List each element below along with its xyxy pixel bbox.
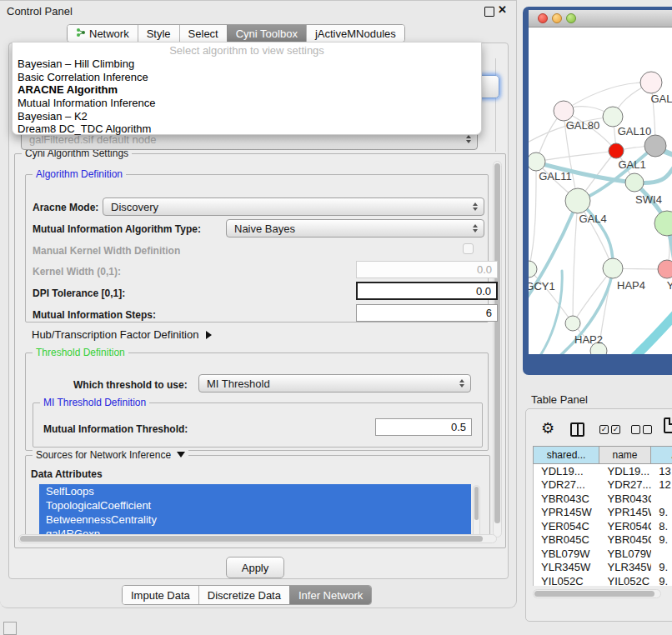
algorithm-dropdown-popup: Select algorithm to view settings Bayesi… [12, 42, 482, 135]
algorithm-option-dream8-dc-tdc-algorithm[interactable]: Dream8 DC_TDC Algorithm [13, 122, 481, 136]
close-traffic-icon[interactable] [538, 13, 548, 23]
network-node-pink-node-right[interactable] [658, 260, 672, 278]
algorithm-popup-placeholder: Select algorithm to view settings [13, 44, 481, 58]
algorithm-option-basic-correlation-inference[interactable]: Basic Correlation Inference [13, 71, 481, 84]
node-label-hap2: HAP2 [574, 333, 603, 346]
attributes-scrollbar[interactable] [473, 485, 480, 542]
algorithm-option-bayesian-k2[interactable]: Bayesian – K2 [13, 110, 481, 123]
tab-jactivemnodules[interactable]: jActiveMNodules [306, 25, 404, 42]
network-window-titlebar[interactable] [529, 10, 672, 28]
attribute-item-betweennesscentrality[interactable]: BetweennessCentrality [39, 512, 471, 527]
tab-discretize-data[interactable]: Discretize Data [198, 586, 289, 604]
minimize-traffic-icon[interactable] [552, 13, 562, 23]
network-graph: GAL2GAL80GAL10GAL1GAL11SWI4GAL4GCY1HAP4Y… [529, 28, 672, 354]
kernel-width-label: Kernel Width (0,1): [33, 266, 121, 278]
tab-cyni-toolbox[interactable]: Cyni Toolbox [227, 25, 306, 42]
network-node-hap2[interactable] [565, 316, 580, 331]
manual-kernel-width-label: Manual Kernel Width Definition [33, 245, 180, 257]
network-node-gal80[interactable] [554, 101, 574, 121]
document-icon[interactable] [664, 418, 672, 433]
table-horizontal-scrollbar[interactable] [533, 589, 661, 598]
unchecked-columns-icon[interactable] [631, 425, 652, 434]
cyni-algorithm-settings-group: Cyni Algorithm Settings Algorithm Defini… [14, 153, 506, 548]
settings-horizontal-scrollbar[interactable] [18, 534, 497, 543]
algorithm-option-aracne-algorithm[interactable]: ARACNE Algorithm [13, 83, 481, 97]
table-cell: YLR345W [600, 561, 652, 573]
table-cell: YDR27... [600, 478, 652, 491]
threshold-definition-group: Threshold Definition Which threshold to … [25, 352, 489, 451]
network-canvas[interactable]: GAL2GAL80GAL10GAL1GAL11SWI4GAL4GCY1HAP4Y… [529, 28, 672, 354]
tab-style[interactable]: Style [138, 25, 179, 42]
mi-steps-field[interactable]: 6 [356, 304, 498, 322]
kernel-width-field[interactable]: 0.0 [356, 261, 498, 278]
dpi-tolerance-label: DPI Tolerance [0,1]: [33, 288, 125, 299]
mi-threshold-field[interactable]: 0.5 [375, 418, 472, 436]
zoom-traffic-icon[interactable] [566, 13, 576, 23]
column-header-shared[interactable]: shared... [533, 446, 599, 464]
table-cell: 13 [651, 465, 672, 478]
mi-threshold-group: MI Threshold Definition Mutual Informati… [33, 402, 483, 448]
checked-columns-icon[interactable]: ✓✓ [599, 425, 620, 434]
mi-threshold-label: Mutual Information Threshold: [43, 423, 188, 435]
column-header-name[interactable]: name [599, 446, 651, 464]
settings-vertical-scrollbar[interactable] [493, 161, 502, 538]
attribute-item-topologicalcoefficient[interactable]: TopologicalCoefficient [39, 498, 471, 512]
network-node-gal11[interactable] [529, 152, 545, 171]
table-row[interactable]: YBR045CYBR045C9. [534, 533, 672, 548]
aracne-mode-select[interactable]: Discovery [103, 198, 484, 216]
tab-network[interactable]: Network [68, 25, 138, 42]
table-cell: YER054C [600, 520, 652, 532]
network-node-hap4[interactable] [603, 258, 623, 278]
node-label-swi4: SWI4 [635, 193, 662, 206]
tab-impute-data[interactable]: Impute Data [123, 586, 198, 604]
table-rows: YDL19...YDL19...13YDR27...YDR27...12YBR0… [533, 464, 672, 586]
sources-title[interactable]: Sources for Network Inference [33, 449, 188, 461]
table-row[interactable]: YBR043CYBR043C [534, 492, 672, 506]
hub-definition-toggle[interactable]: Hub/Transcription Factor Definition [32, 328, 212, 341]
table-row[interactable]: YIL052CYIL052C9. [534, 574, 672, 586]
panel-tab-bar: NetworkStyleSelectCyni ToolboxjActiveMNo… [67, 24, 405, 42]
manual-kernel-width-checkbox[interactable] [463, 243, 474, 254]
network-node-swi4[interactable] [625, 173, 644, 192]
dpi-tolerance-field[interactable]: 0.0 [356, 282, 498, 300]
attribute-item-selfloops[interactable]: SelfLoops [39, 484, 471, 498]
table-row[interactable]: YER054CYER054C8. [534, 519, 672, 533]
split-columns-icon[interactable] [570, 422, 584, 437]
network-node-gal1[interactable] [609, 143, 624, 158]
mi-algorithm-type-select[interactable]: Naive Bayes [226, 219, 484, 238]
algorithm-option-bayesian-hill-climbing[interactable]: Bayesian – Hill Climbing [13, 58, 481, 71]
node-label-gal10: GAL10 [618, 125, 651, 138]
table-row[interactable]: YPR145WYPR145W9. [534, 506, 672, 520]
gear-icon[interactable]: ⚙ [541, 419, 554, 438]
table-cell: YBR043C [600, 492, 652, 505]
table-row[interactable]: YBL079WYBL079W [534, 547, 672, 561]
network-node-gal2[interactable] [640, 72, 662, 93]
tab-infer-network[interactable]: Infer Network [289, 586, 371, 604]
table-panel-body: ⚙ ✓✓ shared...nameA YDL19...YDL19...13YD… [525, 408, 672, 622]
mi-algorithm-type-value: Naive Bayes [234, 222, 295, 235]
table-row[interactable]: YDR27...YDR27...12 [534, 478, 672, 492]
combo-arrows-icon [473, 202, 478, 211]
node-label-hap4: HAP4 [617, 279, 645, 292]
column-header-a[interactable]: A [651, 446, 672, 464]
tab-select[interactable]: Select [179, 25, 227, 42]
table-row[interactable]: YDL19...YDL19...13 [534, 464, 672, 478]
data-attributes-label: Data Attributes [31, 468, 103, 480]
partial-corner-widget [3, 622, 17, 635]
algorithm-option-mutual-information-inference[interactable]: Mutual Information Inference [13, 97, 481, 110]
close-icon[interactable]: ✕ [498, 3, 507, 16]
apply-button[interactable]: Apply [226, 557, 284, 578]
float-window-icon[interactable] [484, 7, 494, 17]
network-node-gal4[interactable] [565, 188, 590, 213]
table-cell: YBL079W [600, 548, 652, 560]
network-node-gal10[interactable] [603, 107, 623, 127]
mi-steps-label: Mutual Information Steps: [33, 309, 156, 321]
network-node-gray-node[interactable] [644, 135, 666, 157]
table-row[interactable]: YLR345WYLR345W9. [534, 561, 672, 575]
which-threshold-select[interactable]: MI Threshold [198, 374, 471, 392]
network-node-green-node-right[interactable] [654, 211, 672, 236]
network-icon [76, 28, 86, 40]
table-cell: YBR045C [534, 533, 600, 546]
network-edge-highlighted [627, 312, 672, 354]
network-node-gcy1[interactable] [529, 261, 537, 278]
